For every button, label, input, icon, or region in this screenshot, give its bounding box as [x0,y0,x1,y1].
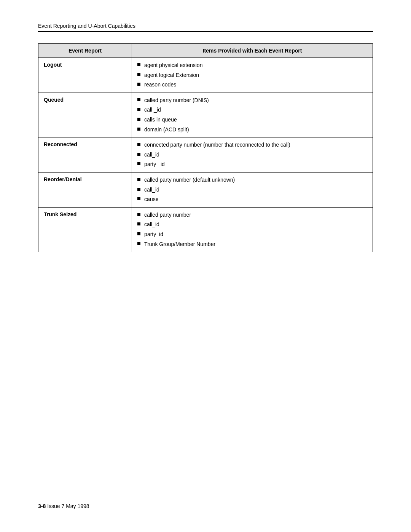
table-row: Reorder/Denialcalled party number (defau… [38,172,373,207]
event-report-table: Event Report Items Provided with Each Ev… [38,43,373,252]
list-item-text: agent physical extension [144,62,202,69]
bullet-icon [137,213,140,216]
items-cell-1: called party number (DNIS)call _idcalls … [132,93,373,137]
event-cell-2: Reconnected [38,137,132,173]
bullet-icon [137,118,140,121]
list-item: called party number [137,211,367,219]
list-item-text: cause [144,196,158,203]
table-header-row: Event Report Items Provided with Each Ev… [38,44,373,58]
list-item: calls in queue [137,116,367,124]
list-item: Trunk Group/Member Number [137,241,367,248]
list-item-text: Trunk Group/Member Number [144,241,215,248]
list-item-text: call_id [144,186,159,194]
bullet-icon [137,98,140,101]
bullet-icon [137,153,140,156]
bullet-icon [137,222,140,225]
footer-text: Issue 7 May 1998 [47,503,89,509]
bullet-icon [137,232,140,235]
list-item: call_id [137,221,367,228]
list-item-text: call_id [144,221,159,228]
bullet-icon [137,143,140,146]
list-item: agent physical extension [137,62,367,69]
table-row: Trunk Seizedcalled party numbercall_idpa… [38,207,373,252]
list-item: call_id [137,151,367,159]
list-item-text: party _id [144,161,165,168]
table-row: Queuedcalled party number (DNIS)call _id… [38,93,373,137]
event-cell-1: Queued [38,93,132,137]
event-cell-0: Logout [38,58,132,93]
items-cell-3: called party number (default unknown)cal… [132,172,373,207]
list-item-text: called party number (default unknown) [144,176,235,184]
list-item-text: party_id [144,231,163,238]
list-item: call_id [137,186,367,194]
list-item: domain (ACD split) [137,126,367,134]
bullet-icon [137,63,140,66]
list-item-text: reason codes [144,81,176,89]
items-cell-2: connected party number (number that reco… [132,137,373,173]
list-item-text: call _id [144,106,161,114]
items-cell-0: agent physical extensionagent logical Ex… [132,58,373,93]
items-cell-4: called party numbercall_idparty_idTrunk … [132,207,373,252]
page-number: 3-8 [38,503,46,509]
bullet-icon [137,197,140,200]
list-item: party _id [137,161,367,168]
bullet-icon [137,162,140,165]
bullet-icon [137,242,140,245]
list-item-text: agent logical Extension [144,72,199,79]
bullet-icon [137,83,140,86]
page-header-title: Event Reporting and U-Abort Capabilities [38,23,135,29]
list-item-text: call_id [144,151,159,159]
list-item-text: called party number (DNIS) [144,97,209,104]
bullet-icon [137,73,140,76]
list-item: reason codes [137,81,367,89]
list-item: party_id [137,231,367,238]
list-item: agent logical Extension [137,72,367,79]
bullet-icon [137,108,140,111]
list-item-text: domain (ACD split) [144,126,189,134]
table-row: Logoutagent physical extensionagent logi… [38,58,373,93]
bullet-icon [137,128,140,131]
list-item: cause [137,196,367,203]
page-header: Event Reporting and U-Abort Capabilities [38,23,373,32]
bullet-icon [137,178,140,181]
event-cell-4: Trunk Seized [38,207,132,252]
col-items-header: Items Provided with Each Event Report [132,44,373,58]
list-item-text: calls in queue [144,116,177,124]
list-item: call _id [137,106,367,114]
table-row: Reconnectedconnected party number (numbe… [38,137,373,173]
col-event-header: Event Report [38,44,132,58]
list-item-text: connected party number (number that reco… [144,141,290,149]
page-container: Event Reporting and U-Abort Capabilities… [0,0,411,532]
list-item: called party number (DNIS) [137,97,367,104]
event-cell-3: Reorder/Denial [38,172,132,207]
list-item: called party number (default unknown) [137,176,367,184]
bullet-icon [137,188,140,191]
list-item-text: called party number [144,211,191,219]
list-item: connected party number (number that reco… [137,141,367,149]
page-footer: 3-8 Issue 7 May 1998 [38,503,89,509]
